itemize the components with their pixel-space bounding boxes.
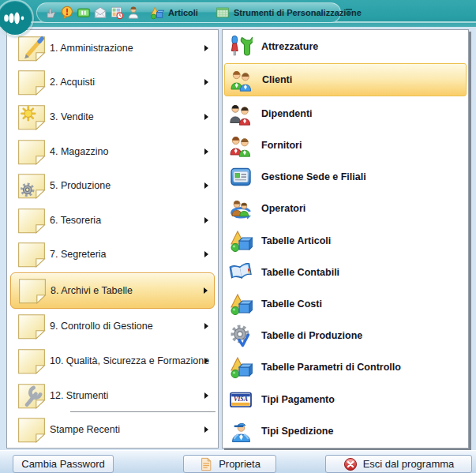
pause-icon (77, 6, 91, 20)
submenu-arrow-icon (204, 45, 208, 51)
toolbar-item-person-icon[interactable] (126, 6, 141, 20)
person-icon (126, 6, 141, 20)
submenu-arrow-icon (204, 392, 208, 399)
toolbar-item-hand-icon[interactable] (43, 6, 58, 20)
clients-icon (230, 68, 253, 92)
submenu-item-label: Operatori (261, 203, 305, 214)
submenu-item-tabelle-costi[interactable]: Tabelle Costi (223, 288, 468, 320)
visa-card-icon: VISA (229, 388, 253, 411)
submenu-arrow-icon (204, 114, 208, 120)
exit-icon (343, 457, 358, 471)
submenu-arrow-icon (204, 358, 208, 364)
book-icon (229, 261, 253, 284)
menu-item-label: Stampe Recenti (50, 424, 120, 435)
toolbar-item-alert-balloon-icon[interactable] (60, 6, 74, 20)
submenu-item-tabelle-contabili[interactable]: Tabelle Contabili (223, 257, 468, 288)
submenu-item-clienti[interactable]: Clienti (224, 63, 467, 96)
hand-icon (43, 6, 58, 20)
button-label: Esci dal programma (363, 458, 455, 470)
menu-item-6-tesoreria[interactable]: 6. Tesoreria (7, 203, 218, 238)
articles-icon (150, 6, 164, 20)
submenu-item-tipi-spedizione[interactable]: Tipi Spedizione (223, 415, 468, 447)
chevron-down-icon[interactable] (345, 9, 353, 17)
submenu-item-label: Dipendenti (261, 108, 313, 119)
mail-icon (93, 6, 107, 20)
note-pencil-icon (17, 35, 47, 62)
courier-icon (229, 419, 253, 443)
menu-item-label: 9. Controllo di Gestione (50, 321, 153, 332)
menu-item-label: 10. Qualità, Sicurezza e Formazione (50, 355, 209, 366)
map-clock-icon (110, 6, 124, 20)
toolbar-item-pause-icon[interactable] (77, 6, 91, 20)
submenu-item-tabelle-parametri-di-controllo[interactable]: Tabelle Parametri di Controllo (223, 351, 468, 383)
submenu-arrow-icon (204, 148, 208, 155)
operators-icon (229, 197, 253, 220)
alert-balloon-icon (60, 6, 74, 20)
menu-item-label: 6. Tesoreria (50, 215, 101, 226)
menu-item-label: 7. Segreteria (50, 249, 107, 260)
toolbar-item-mail-icon[interactable] (93, 6, 107, 20)
submenu-item-tipi-pagamento[interactable]: VISATipi Pagamento (223, 384, 468, 415)
shapes-icon (229, 355, 253, 379)
menu-item-label: 8. Archivi e Tabelle (51, 285, 133, 296)
application-window: ArticoliStrumenti di Personalizzazione 1… (0, 0, 476, 473)
app-logo-icon (0, 1, 32, 36)
esci-dal-programma-button[interactable]: Esci dal programma (325, 455, 472, 473)
submenu-item-attrezzature[interactable]: Attrezzature (223, 31, 468, 62)
properties-icon (199, 457, 213, 471)
submenu-item-label: Tabelle Costi (261, 298, 322, 310)
submenu-arrow-icon (204, 182, 208, 189)
submenu-item-dipendenti[interactable]: Dipendenti (223, 97, 468, 129)
proprieta-button[interactable]: Proprieta (183, 455, 276, 473)
submenu-item-gestione-sede-e-filiali[interactable]: Gestione Sede e Filiali (223, 161, 468, 193)
toolbar-item-articoli[interactable]: Articoli (150, 6, 206, 20)
note-sun-icon (17, 103, 47, 130)
top-toolbar-bar: ArticoliStrumenti di Personalizzazione (0, 0, 476, 27)
menu-item-label: 5. Produzione (50, 180, 111, 191)
menu-item-label: 12. Strumenti (50, 390, 108, 401)
menu-item-3-vendite[interactable]: 3. Vendite (7, 99, 218, 134)
submenu-item-fornitori[interactable]: Fornitori (223, 130, 468, 161)
office-card-icon (229, 165, 253, 189)
submenu-arrow-icon (204, 426, 208, 433)
button-label: Cambia Password (21, 458, 105, 470)
menu-item-4-magazzino[interactable]: 4. Magazzino (7, 134, 218, 169)
menu-item-10-qualita-sicurezza-e-formazione[interactable]: 10. Qualità, Sicurezza e Formazione (7, 343, 218, 378)
note-icon (17, 207, 47, 234)
menu-item-9-controllo-di-gestione[interactable]: 9. Controllo di Gestione (7, 310, 218, 344)
submenu-item-tabelle-di-produzione[interactable]: Tabelle di Produzione (223, 320, 468, 351)
toolbar-item-label: Strumenti di Personalizzazione (234, 8, 362, 17)
note-icon (17, 416, 47, 443)
submenu-item-label: Fornitori (261, 140, 302, 151)
note-wrench-icon (17, 382, 47, 409)
submenu-item-label: Clienti (262, 74, 292, 85)
submenu-arrow-icon (204, 323, 208, 329)
menu-item-1-amministrazione[interactable]: 1. Amministrazione (7, 31, 218, 66)
toolbar: ArticoliStrumenti di Personalizzazione (36, 2, 341, 23)
personalization-grid-icon (216, 6, 230, 20)
menu-item-stampe-recenti[interactable]: Stampe Recenti (7, 412, 218, 447)
submenu-arrow-icon (204, 287, 208, 294)
cambia-password-button[interactable]: Cambia Password (13, 455, 114, 473)
svg-text:VISA: VISA (234, 396, 248, 403)
menu-item-12-strumenti[interactable]: 12. Strumenti (7, 378, 218, 413)
submenu-item-tabelle-articoli[interactable]: Tabelle Articoli (223, 224, 468, 256)
toolbar-item-map-clock-icon[interactable] (110, 6, 124, 20)
note-icon (17, 138, 47, 165)
menu-item-label: 3. Vendite (50, 111, 94, 122)
menu-item-5-produzione[interactable]: 5. Produzione (7, 168, 218, 203)
submenu-item-label: Gestione Sede e Filiali (261, 171, 366, 182)
submenu-item-operatori[interactable]: Operatori (223, 193, 468, 224)
menu-item-label: 1. Amministrazione (50, 43, 133, 54)
menu-item-7-segreteria[interactable]: 7. Segreteria (7, 237, 218, 272)
submenu-arrow-icon (204, 217, 208, 223)
menu-item-2-acquisti[interactable]: 2. Acquisti (7, 66, 218, 100)
shapes-icon (229, 292, 253, 316)
submenu-item-label: Tipi Pagamento (261, 394, 335, 405)
menu-item-8-archivi-e-tabelle[interactable]: 8. Archivi e Tabelle (10, 272, 215, 309)
button-label: Proprieta (219, 458, 260, 470)
submenu-arrow-icon (204, 79, 208, 85)
note-icon (17, 347, 47, 374)
footer-bar: Cambia PasswordProprietaEsci dal program… (0, 450, 476, 473)
note-icon (17, 313, 47, 340)
